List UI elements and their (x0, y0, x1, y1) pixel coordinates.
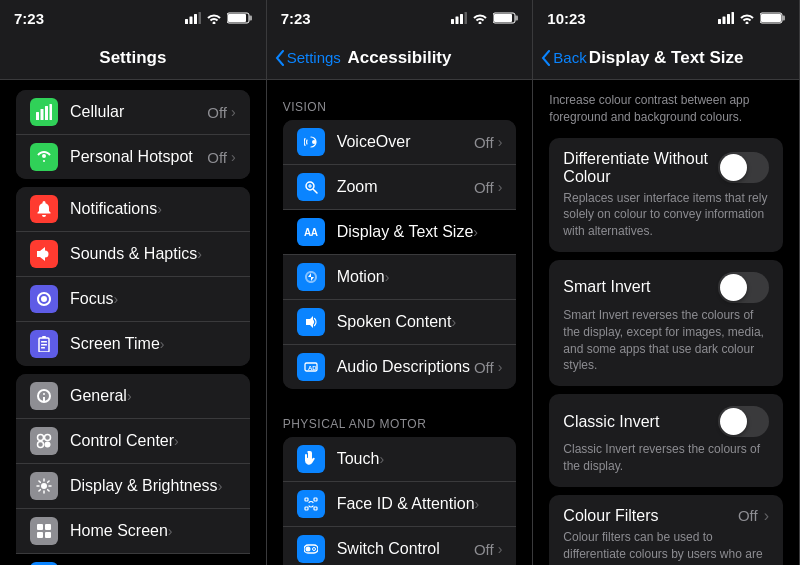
nav-back-2[interactable]: Settings (275, 49, 341, 66)
svg-rect-15 (41, 347, 45, 349)
back-chevron-2 (275, 50, 285, 66)
time-1: 7:23 (14, 10, 44, 27)
nav-back-label-3: Back (553, 49, 586, 66)
svg-rect-3 (198, 12, 201, 24)
hotspot-value: Off (207, 149, 227, 166)
audiodesc-chevron: › (498, 359, 503, 375)
svg-point-17 (38, 435, 44, 441)
differentiate-desc: Replaces user interface items that rely … (563, 190, 769, 240)
list-item-hotspot[interactable]: Personal Hotspot Off › (16, 135, 250, 179)
general-chevron: › (127, 388, 132, 404)
homescreen-icon (30, 517, 58, 545)
cellular-value: Off (207, 104, 227, 121)
list-item-notifications[interactable]: Notifications › (16, 187, 250, 232)
smartinvert-header: Smart Invert (563, 272, 769, 303)
accessibility-panel: 7:23 Settings Accessibility VISION Voice… (267, 0, 534, 565)
signal-icon (185, 12, 201, 24)
general-label: General (70, 387, 127, 405)
svg-point-19 (38, 442, 44, 448)
faceidattn-label: Face ID & Attention (337, 495, 475, 513)
signal-icon-2 (451, 12, 467, 24)
svg-rect-30 (37, 524, 43, 530)
battery-icon-2 (493, 12, 518, 24)
svg-rect-9 (45, 106, 48, 120)
svg-line-51 (313, 190, 317, 194)
hotspot-icon (30, 143, 58, 171)
svg-point-21 (41, 483, 47, 489)
setting-colourfilters: Colour Filters Off › Colour filters can … (549, 495, 783, 565)
nav-bar-2: Settings Accessibility (267, 36, 533, 80)
p3-scroll[interactable]: Increase colour contrast between app for… (533, 80, 799, 565)
screentime-icon (30, 330, 58, 358)
time-2: 7:23 (281, 10, 311, 27)
differentiate-thumb (720, 154, 747, 181)
nav-bar-3: Back Display & Text Size (533, 36, 799, 80)
list-item-motion[interactable]: Motion › (283, 255, 517, 300)
list-item-displaybrightness[interactable]: Display & Brightness › (16, 464, 250, 509)
list-item-cellular[interactable]: Cellular Off › (16, 90, 250, 135)
list-item-sounds[interactable]: Sounds & Haptics › (16, 232, 250, 277)
svg-rect-85 (718, 19, 721, 24)
hotspot-chevron: › (231, 149, 236, 165)
list-item-switchcontrol[interactable]: Switch Control Off › (283, 527, 517, 565)
list-item-screentime[interactable]: Screen Time › (16, 322, 250, 366)
svg-rect-57 (314, 498, 317, 501)
notifications-icon (30, 195, 58, 223)
audiodesc-icon: AD (297, 353, 325, 381)
list-item-general[interactable]: General › (16, 374, 250, 419)
smartinvert-desc: Smart Invert reverses the colours of the… (563, 307, 769, 374)
smartinvert-toggle[interactable] (718, 272, 769, 303)
svg-line-28 (48, 481, 49, 482)
p2-scroll[interactable]: VISION VoiceOver Off › Zoom Off › A (267, 80, 533, 565)
setting-smartinvert: Smart Invert Smart Invert reverses the c… (549, 260, 783, 386)
svg-point-62 (312, 548, 315, 551)
classicinvert-toggle[interactable] (718, 406, 769, 437)
voiceover-label: VoiceOver (337, 133, 411, 151)
list-item-touch[interactable]: Touch › (283, 437, 517, 482)
spokencontent-chevron: › (451, 314, 456, 330)
list-item-voiceover[interactable]: VoiceOver Off › (283, 120, 517, 165)
svg-rect-1 (189, 17, 192, 25)
differentiate-toggle[interactable] (718, 152, 769, 183)
settings-group-connectivity: Cellular Off › Personal Hotspot Off › (16, 90, 250, 179)
setting-classicinvert: Classic Invert Classic Invert reverses t… (549, 394, 783, 487)
displaytextsize-chevron: › (473, 224, 478, 240)
displaytextsize-icon: AA (297, 218, 325, 246)
touch-icon (297, 445, 325, 473)
svg-rect-59 (314, 507, 317, 510)
list-item-accessibility[interactable]: Accessibility › (16, 554, 250, 565)
focus-chevron: › (114, 291, 119, 307)
list-item-faceidattn[interactable]: Face ID & Attention › (283, 482, 517, 527)
svg-rect-16 (41, 341, 47, 343)
wifi-icon-3 (739, 12, 755, 24)
svg-line-26 (39, 481, 40, 482)
status-bar-3: 10:23 (533, 0, 799, 36)
status-icons-2 (451, 12, 518, 24)
cellular-label: Cellular (70, 103, 124, 121)
list-item-focus[interactable]: Focus › (16, 277, 250, 322)
p2-motor-group: Touch › Face ID & Attention › Switch Con… (283, 437, 517, 565)
list-item-spokencontent[interactable]: Spoken Content › (283, 300, 517, 345)
controlcenter-icon (30, 427, 58, 455)
list-item-audiodesc[interactable]: AD Audio Descriptions Off › (283, 345, 517, 389)
list-item-controlcenter[interactable]: Control Center › (16, 419, 250, 464)
focus-label: Focus (70, 290, 114, 308)
voiceover-value: Off (474, 134, 494, 151)
voiceover-icon (297, 128, 325, 156)
status-icons-1 (185, 12, 252, 24)
sounds-chevron: › (197, 246, 202, 262)
faceidattn-chevron: › (475, 496, 480, 512)
svg-point-61 (305, 547, 310, 552)
svg-rect-2 (194, 14, 197, 24)
svg-rect-47 (494, 14, 512, 22)
faceidattn-icon (297, 490, 325, 518)
svg-point-20 (45, 442, 51, 448)
sounds-icon (30, 240, 58, 268)
nav-title-2: Accessibility (348, 48, 452, 68)
list-item-homescreen[interactable]: Home Screen › (16, 509, 250, 554)
nav-back-3[interactable]: Back (541, 49, 586, 66)
list-item-displaytextsize[interactable]: AA Display & Text Size › (283, 210, 517, 255)
p1-scroll[interactable]: Cellular Off › Personal Hotspot Off › No… (0, 80, 266, 565)
homescreen-label: Home Screen (70, 522, 168, 540)
list-item-zoom[interactable]: Zoom Off › (283, 165, 517, 210)
